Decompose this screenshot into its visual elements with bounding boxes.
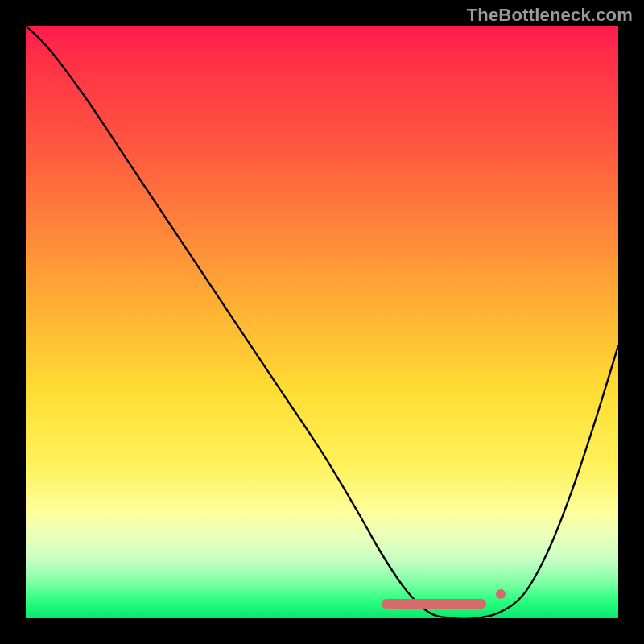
chart-frame: TheBottleneck.com <box>0 0 644 644</box>
optimal-range-marker <box>382 599 486 609</box>
plot-area <box>26 26 618 618</box>
watermark-label: TheBottleneck.com <box>467 5 633 26</box>
bottleneck-curve <box>26 26 618 618</box>
optimal-end-marker <box>496 589 506 599</box>
